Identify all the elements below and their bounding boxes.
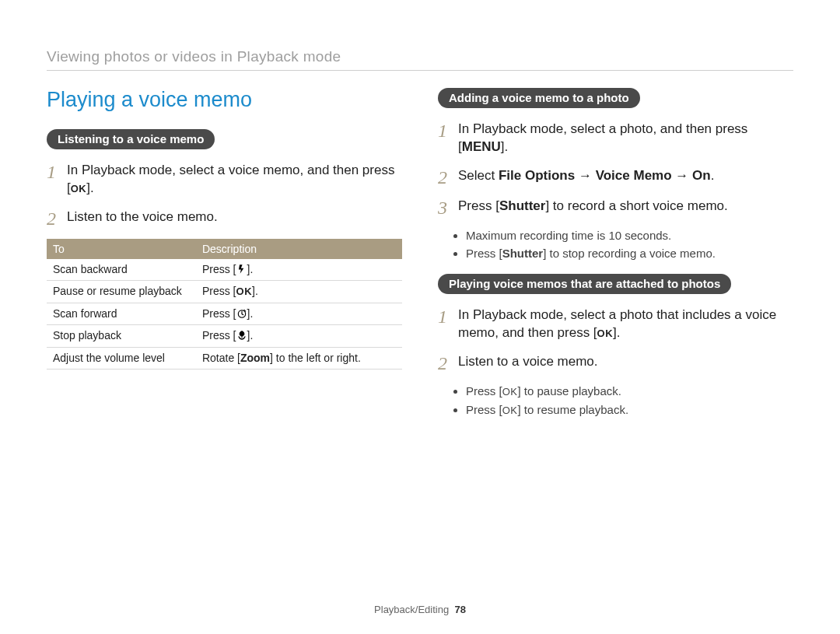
- content-columns: Playing a voice memo Listening to a voic…: [47, 88, 793, 430]
- step-text: In Playback mode, select a photo that in…: [458, 306, 793, 342]
- step: 2 Select File Options → Voice Memo → On.: [438, 167, 793, 187]
- menu-key: MENU: [462, 139, 501, 154]
- step-number: 2: [47, 208, 67, 228]
- list-item: Maximum recording time is 10 seconds.: [466, 228, 793, 243]
- footer: Playback/Editing 78: [0, 604, 840, 615]
- step: 2 Listen to a voice memo.: [438, 353, 793, 373]
- list-item: Press [Shutter] to stop recording a voic…: [466, 246, 793, 261]
- step-text: Press [Shutter] to record a short voice …: [458, 198, 728, 215]
- pill-adding: Adding a voice memo to a photo: [438, 88, 640, 108]
- step: 3 Press [Shutter] to record a short voic…: [438, 198, 793, 217]
- table-row: Scan backward Press [].: [47, 259, 402, 281]
- ok-icon: OK: [71, 183, 87, 194]
- step-number: 1: [438, 121, 458, 140]
- step-number: 3: [438, 198, 458, 217]
- step-number: 2: [438, 353, 458, 373]
- step-text: In Playback mode, select a photo, and th…: [458, 121, 793, 156]
- list-item: Press [OK] to resume playback.: [466, 402, 793, 418]
- ok-icon: OK: [236, 285, 253, 297]
- ok-icon: OK: [597, 328, 614, 339]
- ok-icon: OK: [502, 405, 518, 416]
- step-text: In Playback mode, select a voice memo, a…: [67, 162, 402, 198]
- step-number: 1: [47, 162, 67, 181]
- step: 2 Listen to the voice memo.: [47, 208, 402, 228]
- left-column: Playing a voice memo Listening to a voic…: [47, 88, 402, 430]
- step-number: 1: [438, 306, 458, 326]
- step: 1 In Playback mode, select a photo that …: [438, 306, 793, 342]
- bullet-list: Press [OK] to pause playback. Press [OK]…: [466, 384, 793, 418]
- table-row: Adjust the volume level Rotate [Zoom] to…: [47, 347, 402, 370]
- table-row: Scan forward Press [].: [47, 303, 402, 325]
- step-text: Listen to a voice memo.: [458, 353, 598, 371]
- table-row: Pause or resume playback Press [OK].: [47, 281, 402, 303]
- page-number: 78: [454, 604, 465, 615]
- flash-icon: [236, 264, 247, 275]
- table-header-to: To: [47, 239, 196, 259]
- table-row: Stop playback Press [].: [47, 325, 402, 348]
- step: 1 In Playback mode, select a voice memo,…: [47, 162, 402, 198]
- right-column: Adding a voice memo to a photo 1 In Play…: [438, 88, 793, 430]
- step: 1 In Playback mode, select a photo, and …: [438, 121, 793, 156]
- controls-table: To Description Scan backward Press []. P…: [47, 239, 402, 370]
- macro-icon: [236, 330, 247, 341]
- pill-playing-attached: Playing voice memos that are attached to…: [438, 274, 731, 294]
- footer-section: Playback/Editing: [374, 604, 449, 615]
- section-title: Playing a voice memo: [47, 88, 402, 112]
- pill-listening: Listening to a voice memo: [47, 129, 215, 149]
- table-header-desc: Description: [196, 239, 402, 259]
- step-text: Select File Options → Voice Memo → On.: [458, 167, 714, 185]
- bullet-list: Maximum recording time is 10 seconds. Pr…: [466, 228, 793, 262]
- step-text: Listen to the voice memo.: [67, 208, 218, 226]
- page: Viewing photos or videos in Playback mod…: [0, 0, 840, 430]
- step-number: 2: [438, 167, 458, 187]
- ok-icon: OK: [502, 386, 518, 398]
- list-item: Press [OK] to pause playback.: [466, 384, 793, 399]
- divider: [47, 70, 793, 71]
- timer-icon: [236, 308, 247, 319]
- breadcrumb: Viewing photos or videos in Playback mod…: [47, 48, 793, 65]
